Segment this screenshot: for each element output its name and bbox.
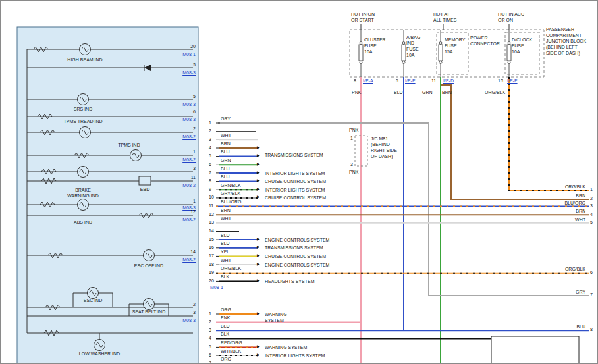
fuse-label-cluster: CLUSTER bbox=[364, 38, 386, 43]
edge-pin-number: 6 bbox=[590, 270, 593, 275]
edge-wire-color: WHT bbox=[554, 217, 585, 222]
indicator-label-tpms-tread: TPMS TREAD IND bbox=[64, 119, 103, 124]
wire-color-label: WHT bbox=[221, 258, 231, 263]
fuse-rating-dclock: 10A bbox=[512, 49, 520, 55]
wire-color-label: GRY bbox=[221, 117, 231, 122]
connector-row: 2 bbox=[207, 127, 398, 136]
panel-pin-num: 5 bbox=[186, 94, 196, 99]
fuse-out-conn-link[interactable]: I/P-E bbox=[405, 78, 416, 84]
wire-color-label: BLU bbox=[221, 174, 230, 180]
fuse-label-memory: MEMORY bbox=[445, 38, 465, 43]
abag-fuse-icon bbox=[402, 30, 406, 77]
system-label: HEADLIGHTS SYSTEM bbox=[265, 278, 314, 284]
system-label: CRUISE CONTROL SYSTEM bbox=[265, 178, 326, 184]
edge-pin-number: 2 bbox=[590, 196, 593, 201]
panel-pin-conn-link[interactable]: M08-2 bbox=[175, 157, 196, 163]
junction-block-caption: JUNCTION BLOCK bbox=[546, 39, 586, 44]
panel-pin-num: 1 bbox=[186, 199, 196, 204]
connector-row: 13 WHT bbox=[207, 219, 398, 227]
edge-wire-color: ORG/BLK bbox=[554, 267, 585, 272]
wire-pin-number: 11 bbox=[209, 203, 213, 209]
wire-color-label: BRN bbox=[442, 90, 452, 95]
panel-pin-conn-link[interactable]: M08-3 bbox=[175, 318, 196, 323]
wire-pin-number: 4 bbox=[209, 336, 211, 341]
system-label: INTERIOR LIGHTS SYSTEM bbox=[265, 353, 325, 359]
wire-orgblk-stripe bbox=[509, 77, 589, 190]
system-label: INTERIOR LIGHTS SYSTEM bbox=[265, 170, 325, 176]
wire-color-label: BLU/ORG bbox=[221, 199, 242, 205]
indicator-label-esc-off: ESC OFF IND bbox=[134, 263, 163, 269]
fuse-label-abag: IND bbox=[406, 41, 414, 46]
wire-pin-number: 14 bbox=[209, 228, 214, 234]
connector-row: 7 ORG bbox=[207, 359, 398, 364]
indicator-label-brake-1: BRAKE bbox=[75, 188, 91, 193]
indicator-label-srs: SRS IND bbox=[74, 107, 92, 112]
wire-color-label: BRN bbox=[221, 142, 231, 147]
wire-color-label: WHT/BLK bbox=[221, 349, 241, 354]
wire-pin-number: 17 bbox=[209, 253, 214, 259]
edge-wire-color: BLU bbox=[554, 325, 585, 330]
cluster-fuse-icon bbox=[359, 30, 363, 77]
junction-block-caption: SIDE OF DASH) bbox=[546, 51, 580, 56]
connector-b-rows: 1 ORG ▶ WARNING SYSTEM 2 PNK 3 BLU 4 BLK… bbox=[207, 310, 398, 364]
panel-pin-conn-link[interactable]: M08-2 bbox=[175, 183, 196, 188]
system-label: INTERIOR LIGHTS SYSTEM bbox=[265, 187, 325, 193]
connector-row: 2 PNK bbox=[207, 318, 398, 326]
panel-pin-conn-link[interactable]: M08-3 bbox=[175, 117, 196, 122]
wire-color-label: BLU bbox=[394, 90, 403, 95]
wire-color-label: GRN bbox=[221, 158, 231, 163]
edge-pin-number: 8 bbox=[590, 327, 593, 332]
panel-pin-conn-link[interactable]: M08-3 bbox=[175, 102, 196, 107]
wire-pin-number: 1 bbox=[209, 120, 211, 126]
fuse-label-dclock: D/CLOCK bbox=[512, 38, 532, 43]
wire-color-label: PNK bbox=[221, 315, 230, 321]
panel-pin-conn-link[interactable]: M08-2 bbox=[175, 257, 196, 263]
connector-row: 3 BLU bbox=[207, 326, 398, 335]
wire-color-label: WHT bbox=[221, 216, 231, 221]
arrow-right-icon: ▶ bbox=[257, 186, 260, 192]
dclock-fuse-icon bbox=[507, 30, 511, 77]
panel-pin-num: 3 bbox=[186, 166, 196, 171]
arrow-right-icon: ▶ bbox=[257, 352, 260, 357]
fuse-out-pin: 11 bbox=[431, 78, 436, 84]
junction-block-caption: (BEHIND LEFT bbox=[546, 45, 578, 50]
wire-color-label: ORG/BLK bbox=[485, 90, 505, 95]
panel-pin-conn-link[interactable]: M08-2 bbox=[175, 134, 196, 140]
indicator-label-tpms: TPMS IND bbox=[118, 143, 140, 148]
wire-pin-number: 4 bbox=[209, 145, 211, 151]
panel-pin-conn-link[interactable]: M08-3 bbox=[175, 70, 196, 76]
wire-color-label: GRY/BLK bbox=[221, 191, 240, 196]
connector-row: 6 GRN ▶ bbox=[207, 161, 398, 169]
panel-pin-conn-link[interactable]: M08-2 bbox=[175, 217, 196, 222]
arrow-right-icon: ▶ bbox=[257, 344, 260, 349]
connector-row: 17 YEL ▶ CRUISE CONTROL SYSTEM bbox=[207, 252, 398, 261]
connector-row: 14 bbox=[207, 227, 398, 236]
panel-pin-num: 20 bbox=[186, 44, 196, 49]
arrow-right-icon: ▶ bbox=[257, 244, 260, 249]
wire-pin-number: 20 bbox=[209, 278, 214, 284]
wire-pin-number: 15 bbox=[209, 237, 214, 242]
indicator-label-esc: ESC IND bbox=[84, 298, 102, 303]
connector-row: 12 BRN bbox=[207, 211, 398, 219]
arrow-right-icon: ▶ bbox=[257, 253, 260, 258]
ebd-box bbox=[139, 176, 151, 185]
wire-pin-number: 2 bbox=[209, 319, 211, 325]
wire-color-label: BLK bbox=[221, 332, 229, 337]
panel-pin-num: 11 bbox=[186, 175, 196, 180]
connector-ref-link[interactable]: M08-1 bbox=[210, 285, 223, 290]
wire-orgblk bbox=[509, 77, 589, 190]
wire-color-label: WHT bbox=[221, 133, 231, 138]
edge-pin-number: 1 bbox=[590, 187, 593, 192]
fuse-out-conn-link[interactable]: I/P-E bbox=[507, 78, 518, 84]
panel-pin-num: 1 bbox=[186, 149, 196, 155]
connector-row: 4 BRN ▶ bbox=[207, 144, 398, 153]
panel-pin-conn-link[interactable]: M08-1 bbox=[175, 52, 196, 57]
fuse-out-pin: 5 bbox=[396, 78, 398, 84]
wire-pin-number: 13 bbox=[209, 220, 214, 225]
system-label: CRUISE CONTROL SYSTEM bbox=[265, 195, 326, 201]
arrow-right-icon: ▶ bbox=[257, 194, 260, 199]
fuse-out-conn-link[interactable]: I/P-A bbox=[363, 78, 373, 84]
system-label: ENGINE CONTROLS SYSTEM bbox=[265, 237, 329, 243]
wire-color-label: BLK bbox=[221, 274, 229, 280]
fuse-out-conn-link[interactable]: I/P-D bbox=[443, 78, 454, 84]
